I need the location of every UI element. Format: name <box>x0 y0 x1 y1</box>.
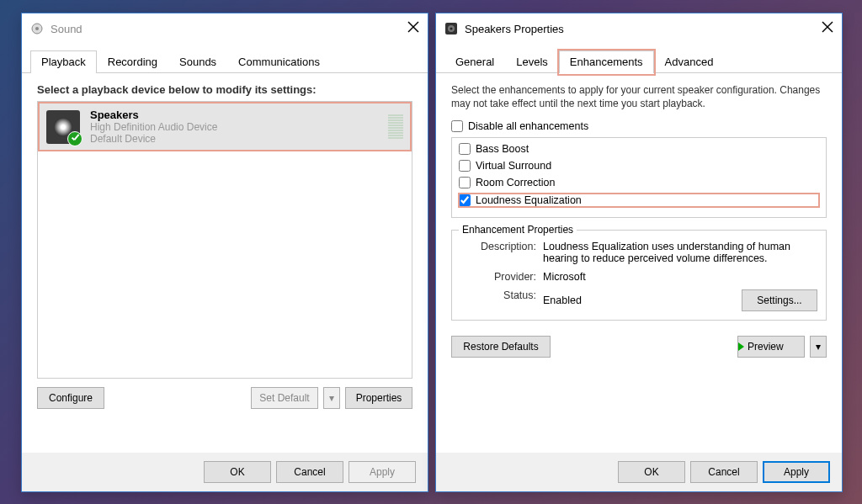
disable-all-checkbox[interactable]: Disable all enhancements <box>451 120 827 132</box>
settings-button[interactable]: Settings... <box>742 289 817 311</box>
enhancement-properties-fieldset: Enhancement Properties Description: Loud… <box>451 230 827 321</box>
preview-button[interactable]: Preview <box>737 336 805 358</box>
provider-value: Microsoft <box>543 271 817 283</box>
dialog-buttons: OK Cancel Apply <box>22 453 428 491</box>
intro-text: Select the enhancements to apply for you… <box>451 83 827 110</box>
dialog-buttons: OK Cancel Apply <box>436 453 842 491</box>
preview-label: Preview <box>748 341 784 353</box>
enh-virtual-surround[interactable]: Virtual Surround <box>459 160 819 172</box>
enh-label: Loudness Equalization <box>476 194 582 206</box>
speakers-properties-dialog: Speakers Properties General Levels Enhan… <box>435 13 843 492</box>
cancel-button[interactable]: Cancel <box>276 461 343 483</box>
apply-button: Apply <box>349 461 416 483</box>
ok-button[interactable]: OK <box>618 461 685 483</box>
set-default-button: Set Default <box>251 387 318 409</box>
configure-button[interactable]: Configure <box>37 387 104 409</box>
enh-label: Room Correction <box>476 177 555 188</box>
level-meter <box>388 114 403 139</box>
prompt-text: Select a playback device below to modify… <box>37 83 412 96</box>
tabstrip-sound: Playback Recording Sounds Communications <box>22 50 428 73</box>
enh-virtual-surround-input[interactable] <box>459 160 471 172</box>
tab-recording[interactable]: Recording <box>97 50 168 72</box>
tab-sounds[interactable]: Sounds <box>168 50 227 72</box>
enh-label: Bass Boost <box>476 143 529 155</box>
apply-button[interactable]: Apply <box>763 461 830 483</box>
titlebar-props[interactable]: Speakers Properties <box>436 13 842 44</box>
provider-label: Provider: <box>460 271 536 283</box>
disable-all-input[interactable] <box>451 120 463 132</box>
speaker-small-icon <box>444 22 458 35</box>
close-icon[interactable] <box>822 21 833 36</box>
enh-loudness-input[interactable] <box>459 194 471 206</box>
restore-defaults-button[interactable]: Restore Defaults <box>451 336 551 358</box>
status-value: Enabled <box>543 294 582 306</box>
window-title: Sound <box>51 23 407 35</box>
enh-bass-boost[interactable]: Bass Boost <box>459 143 819 155</box>
tab-levels[interactable]: Levels <box>505 50 559 72</box>
device-desc: High Definition Audio Device <box>90 121 381 133</box>
description-value: Loudness Equalization uses understanding… <box>543 241 817 264</box>
enh-room-correction-input[interactable] <box>459 177 471 188</box>
device-item-speakers[interactable]: Speakers High Definition Audio Device De… <box>38 102 412 151</box>
tab-advanced[interactable]: Advanced <box>654 50 725 72</box>
tab-enhancements[interactable]: Enhancements <box>559 50 654 73</box>
device-status: Default Device <box>90 133 381 145</box>
speaker-icon <box>46 110 80 144</box>
fieldset-legend: Enhancement Properties <box>459 224 577 236</box>
sound-dialog: Sound Playback Recording Sounds Communic… <box>21 13 428 492</box>
svg-point-1 <box>35 27 39 30</box>
cancel-button[interactable]: Cancel <box>690 461 758 483</box>
set-default-dropdown-button: ▾ <box>323 387 340 409</box>
tab-general[interactable]: General <box>444 50 505 72</box>
description-label: Description: <box>460 241 536 252</box>
tab-communications[interactable]: Communications <box>227 50 331 72</box>
ok-button[interactable]: OK <box>204 461 271 483</box>
properties-button[interactable]: Properties <box>345 387 412 409</box>
titlebar-sound[interactable]: Sound <box>22 13 428 44</box>
status-label: Status: <box>460 289 536 301</box>
sound-icon <box>30 22 44 35</box>
device-name: Speakers <box>90 109 381 121</box>
play-icon <box>738 342 744 351</box>
preview-dropdown-button[interactable]: ▾ <box>810 336 827 358</box>
enh-label: Virtual Surround <box>476 160 551 172</box>
svg-point-6 <box>450 28 453 30</box>
tab-playback[interactable]: Playback <box>30 50 97 73</box>
enh-loudness-equalization[interactable]: Loudness Equalization <box>459 194 819 207</box>
close-icon[interactable] <box>407 21 419 36</box>
enhancements-list: Bass Boost Virtual Surround Room Correct… <box>451 137 827 218</box>
default-badge <box>67 131 82 146</box>
disable-all-label: Disable all enhancements <box>468 120 588 132</box>
device-list[interactable]: Speakers High Definition Audio Device De… <box>37 101 412 379</box>
enh-bass-boost-input[interactable] <box>459 143 471 155</box>
enh-room-correction[interactable]: Room Correction <box>459 177 819 188</box>
tabstrip-props: General Levels Enhancements Advanced <box>436 50 842 73</box>
window-title: Speakers Properties <box>465 23 822 35</box>
